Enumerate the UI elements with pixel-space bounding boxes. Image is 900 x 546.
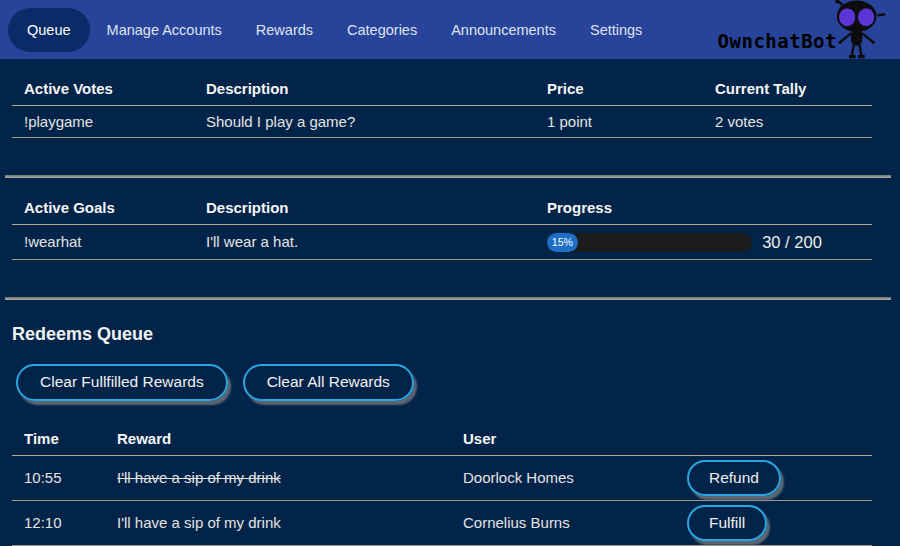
progress-bar-fill: 15% — [547, 233, 578, 252]
table-header-row: Active Goals Description Progress — [12, 178, 872, 225]
redeem-action-cell: Fulfill — [687, 500, 872, 545]
active-goals-table: Active Goals Description Progress !wearh… — [12, 178, 872, 260]
redeems-header-action — [687, 409, 872, 456]
nav-item-queue[interactable]: Queue — [8, 8, 90, 52]
redeem-time: 12:10 — [12, 500, 105, 545]
goal-progress-cell: 15% 30 / 200 — [535, 225, 872, 260]
active-votes-table: Active Votes Description Price Current T… — [12, 59, 872, 138]
progress-value: 30 / 200 — [762, 233, 822, 251]
redeem-user: Cornelius Burns — [451, 500, 687, 545]
redeem-time: 10:55 — [12, 455, 105, 500]
nav-item-settings[interactable]: Settings — [573, 22, 659, 38]
redeem-reward: I'll have a sip of my drink — [105, 500, 451, 545]
nav-item-categories[interactable]: Categories — [330, 22, 434, 38]
table-header-row: Time Reward User — [12, 409, 872, 456]
redeems-queue-section: Redeems Queue Clear Fullfilled Rewards C… — [12, 324, 888, 546]
queue-page: Active Votes Description Price Current T… — [0, 59, 900, 546]
top-nav: Queue Manage Accounts Rewards Categories… — [0, 0, 900, 59]
nav-item-rewards[interactable]: Rewards — [239, 22, 330, 38]
nav-item-manage-accounts[interactable]: Manage Accounts — [90, 22, 239, 38]
vote-description: Should I play a game? — [194, 106, 535, 138]
active-votes-section: Active Votes Description Price Current T… — [12, 59, 888, 178]
redeems-queue-title: Redeems Queue — [12, 324, 888, 345]
redeems-header-time: Time — [12, 409, 105, 456]
table-row: !wearhat I'll wear a hat. 15% 30 / 200 — [12, 225, 872, 260]
redeem-reward: I'll have a sip of my drink — [105, 455, 451, 500]
progress-bar: 15% — [547, 233, 752, 252]
robot-logo-icon — [831, 0, 888, 59]
redeem-user: Doorlock Homes — [451, 455, 687, 500]
votes-header-description: Description — [194, 59, 535, 106]
votes-header-tally: Current Tally — [703, 59, 872, 106]
fulfill-button[interactable]: Fulfill — [687, 505, 767, 541]
app-logo: OwnchatBot — [718, 0, 888, 59]
table-row: 12:10 I'll have a sip of my drink Cornel… — [12, 500, 872, 545]
table-row: !playgame Should I play a game? 1 point … — [12, 106, 872, 138]
goals-header-description: Description — [194, 178, 535, 225]
vote-tally: 2 votes — [703, 106, 872, 138]
goal-description: I'll wear a hat. — [194, 225, 535, 260]
redeems-table: Time Reward User 10:55 I'll have a sip o… — [12, 409, 872, 546]
goal-command: !wearhat — [12, 225, 194, 260]
logo-wordmark: OwnchatBot — [718, 30, 837, 52]
vote-price: 1 point — [535, 106, 703, 138]
nav-item-announcements[interactable]: Announcements — [434, 22, 573, 38]
refund-button[interactable]: Refund — [687, 460, 781, 496]
votes-header-price: Price — [535, 59, 703, 106]
redeems-header-reward: Reward — [105, 409, 451, 456]
goals-header-progress: Progress — [535, 178, 872, 225]
redeems-header-user: User — [451, 409, 687, 456]
active-goals-section: Active Goals Description Progress !wearh… — [12, 178, 888, 300]
clear-fulfilled-rewards-button[interactable]: Clear Fullfilled Rewards — [16, 364, 228, 401]
votes-header-command: Active Votes — [12, 59, 194, 106]
redeems-actions: Clear Fullfilled Rewards Clear All Rewar… — [16, 364, 888, 401]
table-header-row: Active Votes Description Price Current T… — [12, 59, 872, 106]
clear-all-rewards-button[interactable]: Clear All Rewards — [243, 364, 414, 401]
goals-header-command: Active Goals — [12, 178, 194, 225]
redeem-action-cell: Refund — [687, 455, 872, 500]
vote-command: !playgame — [12, 106, 194, 138]
table-row: 10:55 I'll have a sip of my drink Doorlo… — [12, 455, 872, 500]
